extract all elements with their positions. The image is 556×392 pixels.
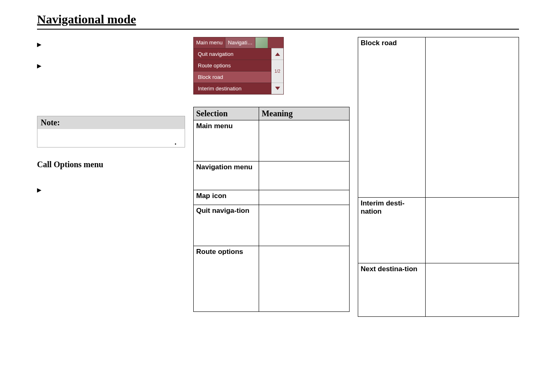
device-screenshot: Main menu Navigati… Quit navigation Rout… <box>193 37 284 95</box>
device-item-interim[interactable]: Interim destination <box>194 83 271 94</box>
column-2: Main menu Navigati… Quit navigation Rout… <box>193 37 350 312</box>
table-row <box>426 263 519 317</box>
device-tabs: Main menu Navigati… <box>194 37 283 48</box>
device-tab-navigation[interactable]: Navigati… <box>225 37 255 48</box>
table-row <box>259 161 350 190</box>
device-tab-map-icon[interactable] <box>255 37 268 48</box>
selection-meaning-table-2: Block road Interim desti-nation Next des… <box>358 37 519 317</box>
column-3: Block road Interim desti-nation Next des… <box>358 37 519 317</box>
table1-header-meaning: Meaning <box>259 107 350 120</box>
table-row: Map icon <box>194 190 259 205</box>
table-row: Main menu <box>194 120 259 161</box>
triangle-bullet-icon: ▶ <box>37 62 42 71</box>
note-box: Note: . <box>37 116 185 148</box>
device-page-indicator: 1/2 <box>271 60 283 83</box>
table-row: Next destina-tion <box>358 263 426 317</box>
table-row <box>259 246 350 312</box>
note-period: . <box>175 138 177 147</box>
sub-heading: Call Options menu <box>37 160 185 169</box>
table-row: Route options <box>194 246 259 312</box>
device-item-route[interactable]: Route options <box>194 60 271 71</box>
table-row <box>426 37 519 198</box>
title-rule <box>37 29 519 30</box>
page-title: Navigational mode <box>37 12 519 26</box>
device-menu-list: Quit navigation Route options Block road… <box>194 48 271 94</box>
table-row <box>426 198 519 263</box>
table-row: Navigation menu <box>194 161 259 190</box>
device-item-block[interactable]: Block road <box>194 71 271 83</box>
bullet-item-1: ▶ <box>37 40 185 49</box>
table-row: Block road <box>358 37 426 198</box>
table-row <box>259 205 350 246</box>
bullet-item-3: ▶ <box>37 186 185 195</box>
triangle-bullet-icon: ▶ <box>37 186 42 195</box>
device-item-quit[interactable]: Quit navigation <box>194 48 271 60</box>
note-body: . <box>37 129 185 147</box>
device-tab-main[interactable]: Main menu <box>194 37 225 48</box>
note-heading: Note: <box>37 116 185 129</box>
table1-header-selection: Selection <box>194 107 259 120</box>
device-scroll-up-icon[interactable] <box>271 48 283 60</box>
bullet-item-2: ▶ <box>37 62 185 71</box>
table-row: Interim desti-nation <box>358 198 426 263</box>
table-row <box>259 120 350 161</box>
triangle-bullet-icon: ▶ <box>37 40 42 49</box>
table-row: Quit naviga-tion <box>194 205 259 246</box>
device-scroll-controls: 1/2 <box>271 48 283 94</box>
selection-meaning-table-1: Selection Meaning Main menu Navigation m… <box>193 107 350 312</box>
content-columns: ▶ ▶ Note: . Call Options menu ▶ Main men… <box>37 37 519 317</box>
column-1: ▶ ▶ Note: . Call Options menu ▶ <box>37 37 185 207</box>
device-scroll-down-icon[interactable] <box>271 83 283 94</box>
table-row <box>259 190 350 205</box>
